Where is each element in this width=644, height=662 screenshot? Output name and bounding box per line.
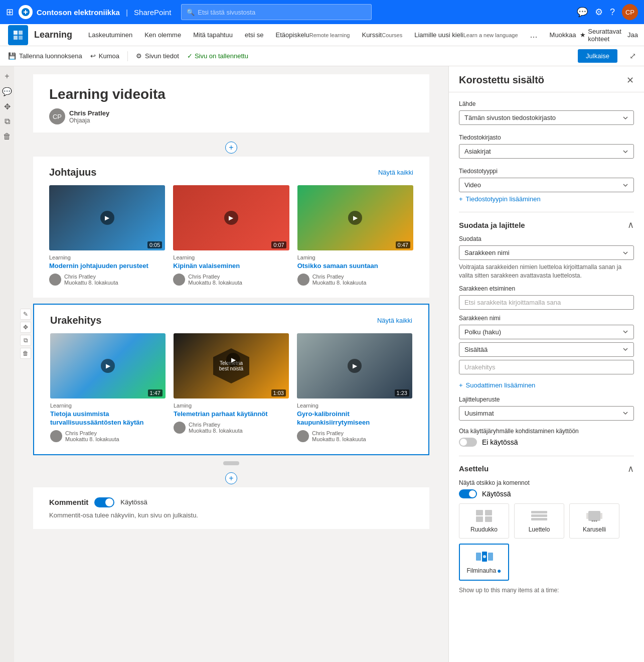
- play-button-4: ▶: [101, 359, 115, 373]
- col-value-input[interactable]: [459, 360, 634, 374]
- view-option-carousel[interactable]: Karuselli: [569, 503, 619, 539]
- source-select[interactable]: Tämän sivuston tiedostokirjasto: [459, 110, 634, 125]
- layout-collapse-icon[interactable]: ∧: [627, 463, 634, 474]
- follow-button[interactable]: ★ Seurattavat kohteet: [580, 28, 623, 43]
- video-title-2: Kipinän valaiseminen: [173, 262, 289, 271]
- plus-icon-filetype: +: [459, 195, 463, 203]
- video-author-1: Chris Pratley Muokattu 8. lokakuuta: [49, 274, 165, 286]
- undo-button[interactable]: ↩ Kumoa: [90, 52, 119, 60]
- play-button-3: ▶: [348, 211, 362, 225]
- col-name-select[interactable]: Polku (haku): [459, 325, 634, 339]
- add-filter-button[interactable]: + Suodattimen lisääminen: [459, 381, 634, 389]
- show-title-toggle[interactable]: [459, 489, 477, 498]
- video-title-4: Tietoja uusimmista turvallisuussääntöste…: [50, 410, 166, 427]
- toggle-thumb: [105, 498, 113, 506]
- video-overlay-1: ▶: [49, 185, 165, 250]
- video-card-6[interactable]: ▶ 1:23 Learning Gyro-kalibroinnit kaupun…: [297, 333, 412, 444]
- video-source-5: Laming: [174, 403, 289, 409]
- add-section-button-top[interactable]: +: [225, 142, 237, 154]
- svg-point-17: [592, 520, 593, 521]
- filter-collapse-icon[interactable]: ∧: [627, 219, 634, 230]
- svg-rect-3: [14, 36, 18, 40]
- nav-more-button[interactable]: ...: [524, 24, 544, 46]
- video-card-4[interactable]: ▶ 1:47 Learning Tietoja uusimmista turva…: [50, 333, 166, 444]
- urakehitys-video-grid: ▶ 1:47 Learning Tietoja uusimmista turva…: [50, 333, 412, 444]
- page-title: Learning videoita: [49, 86, 413, 102]
- source-section: Lähde Tämän sivuston tiedostokirjasto: [459, 100, 634, 125]
- filter-section-header: Suodata ja lajittele ∧: [459, 219, 634, 230]
- list-view-icon: [530, 509, 548, 523]
- video-card-1[interactable]: ▶ 0:05 Learning Modernin johtajuuden per…: [49, 185, 165, 288]
- move-icon[interactable]: ✥: [1, 100, 13, 112]
- search-box[interactable]: 🔍: [181, 4, 372, 20]
- comments-note: Kommentit-osa tulee näkyviin, kun sivu o…: [49, 511, 413, 519]
- comments-toggle[interactable]: [94, 497, 114, 507]
- video-author-6: Chris Pratley Muokattu 8. lokakuuta: [297, 430, 412, 442]
- video-avatar-5: [174, 422, 186, 434]
- layout-section: Asettelu ∧ Näytä otsikko ja komennot Käy…: [459, 463, 634, 594]
- view-option-filmstrip[interactable]: Filminauha ●: [459, 544, 509, 581]
- personalization-toggle[interactable]: [459, 438, 477, 447]
- filter-select[interactable]: Sarakkeen nimi: [459, 245, 634, 260]
- nav-item-kurssit[interactable]: KurssitCourses: [356, 24, 408, 46]
- copy-icon[interactable]: ⧉: [1, 115, 13, 127]
- comment-icon[interactable]: 💬: [1, 85, 13, 97]
- johtajuus-video-grid: ▶ 0:05 Learning Modernin johtajuuden per…: [49, 185, 413, 288]
- show-all-urakehitys[interactable]: Näytä kaikki: [377, 317, 412, 324]
- chat-icon[interactable]: 💬: [577, 7, 588, 18]
- share-button[interactable]: Jaa: [627, 31, 638, 39]
- expand-icon[interactable]: ⤢: [629, 51, 636, 61]
- section-edit-icon[interactable]: ✎: [20, 309, 31, 320]
- video-duration-6: 1:23: [395, 389, 409, 396]
- settings-icon[interactable]: ⚙: [595, 7, 603, 18]
- video-author-3: Chris Pratley Muokattu 8. lokakuuta: [297, 274, 413, 286]
- save-draft-button[interactable]: 💾 Tallenna luonnoksena: [8, 52, 82, 60]
- section-delete-icon[interactable]: 🗑: [20, 348, 31, 359]
- nav-item-mita-tapahtuu[interactable]: Mitä tapahtuu: [187, 24, 239, 46]
- svg-point-15: [594, 520, 595, 521]
- nav-item-liamille[interactable]: Liamille uusi kieliLearn a new language: [408, 24, 524, 46]
- sort-select[interactable]: Uusimmat: [459, 406, 634, 421]
- company-name: Contoson elektroniikka: [37, 8, 120, 17]
- user-avatar[interactable]: CP: [622, 4, 638, 20]
- section-copy-icon[interactable]: ⧉: [20, 335, 31, 346]
- publish-button[interactable]: Julkaise: [578, 49, 617, 63]
- add-filetype-button[interactable]: + Tiedostotyypin lisääminen: [459, 195, 634, 203]
- search-input[interactable]: [198, 9, 366, 16]
- author-row: CP Chris Pratley Ohjaaja: [49, 108, 413, 124]
- nav-item-etaopiskelu[interactable]: EtäopiskeluRemote learning: [270, 24, 356, 46]
- col-name-label: Sarakkeen nimi: [459, 315, 634, 322]
- page-info-button[interactable]: ⚙ Sivun tiedot: [136, 52, 179, 60]
- svg-rect-7: [476, 516, 483, 522]
- section-move-icon[interactable]: ✥: [20, 322, 31, 333]
- play-button-2: ▶: [224, 211, 238, 225]
- add-section-bottom: +: [33, 469, 429, 487]
- panel-close-button[interactable]: ✕: [626, 75, 634, 86]
- show-all-johtajuus[interactable]: Näytä kaikki: [378, 169, 413, 176]
- library-select[interactable]: Asiakirjat: [459, 144, 634, 159]
- search-column-input[interactable]: [459, 295, 634, 310]
- col-contains-select[interactable]: Sisältää: [459, 342, 634, 357]
- delete-icon[interactable]: 🗑: [1, 130, 13, 143]
- section-title-urakehitys: Urakehitys: [50, 315, 101, 326]
- edit-button[interactable]: Muokkaa: [550, 31, 576, 39]
- panel-divider-1: [459, 212, 634, 212]
- waffle-icon[interactable]: ⊞: [6, 7, 14, 18]
- scroll-indicator: [33, 461, 429, 465]
- nav-item-ken-olemme[interactable]: Ken olemme: [138, 24, 187, 46]
- app-name: SharePoint: [134, 8, 171, 17]
- add-section-button-bottom[interactable]: +: [225, 472, 237, 484]
- video-author-info-6: Chris Pratley Muokattu 8. lokakuuta: [312, 430, 366, 442]
- nav-item-laskeutuminen[interactable]: Laskeutuminen: [82, 24, 138, 46]
- view-option-grid[interactable]: Ruudukko: [459, 503, 509, 539]
- filetype-select[interactable]: Video: [459, 178, 634, 192]
- video-source-1: Learning: [49, 254, 165, 260]
- help-icon[interactable]: ?: [610, 7, 615, 18]
- view-option-list[interactable]: Luettelo: [514, 503, 564, 539]
- video-card-3[interactable]: ▶ 0:47 Laming Otsikko samaan suuntaan Ch…: [297, 185, 413, 288]
- add-section-icon[interactable]: +: [1, 70, 13, 82]
- svg-rect-5: [476, 510, 483, 515]
- video-card-2[interactable]: ▶ 0:07 Learning Kipinän valaiseminen Chr…: [173, 185, 289, 288]
- nav-item-etsi-se[interactable]: etsi se: [239, 24, 270, 46]
- video-card-5[interactable]: Telemetria best nöistä 1:03 ▶ Laming Tel…: [174, 333, 289, 444]
